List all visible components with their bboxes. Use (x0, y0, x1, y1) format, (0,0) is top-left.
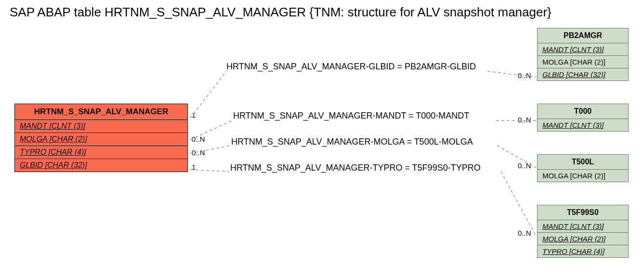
card-right-1: 0..N (518, 71, 531, 80)
card-left-4: 1 (192, 163, 196, 171)
entity-main: HRTNM_S_SNAP_ALV_MANAGER MANDT [CLNT (3)… (14, 104, 188, 172)
card-left-3: 0..N (192, 148, 205, 157)
relation-molga: HRTNM_S_SNAP_ALV_MANAGER-MOLGA = T500L-M… (231, 137, 473, 147)
entity-t500l-header: T500L (538, 155, 628, 170)
card-right-2: 0..N (518, 116, 531, 124)
entity-t000: T000 MANDT [CLNT (3)] (537, 104, 629, 132)
entity-main-field: TYPRO [CHAR (4)] (15, 146, 187, 159)
card-left-1: 1 (192, 111, 196, 119)
entity-t000-field: MANDT [CLNT (3)] (538, 119, 628, 131)
svg-line-7 (501, 172, 536, 236)
entity-t5f99s0-field: TYPRO [CHAR (4)] (538, 245, 628, 257)
card-left-2: 0..N (192, 135, 205, 143)
relation-glbid: HRTNM_S_SNAP_ALV_MANAGER-GLBID = PB2AMGR… (226, 62, 476, 72)
diagram-title: SAP ABAP table HRTNM_S_SNAP_ALV_MANAGER … (10, 5, 552, 20)
relation-mandt: HRTNM_S_SNAP_ALV_MANAGER-MANDT = T000-MA… (233, 111, 469, 121)
entity-t000-header: T000 (538, 104, 628, 119)
entity-main-field: MOLGA [CHAR (2)] (15, 133, 187, 146)
relation-typro: HRTNM_S_SNAP_ALV_MANAGER-TYPRO = T5F99S0… (230, 163, 481, 173)
entity-pb2amgr-field: GLBID [CHAR (32)] (538, 68, 628, 80)
entity-t5f99s0: T5F99S0 MANDT [CLNT (3)] MOLGA [CHAR (2)… (537, 205, 629, 258)
entity-pb2amgr-field: MOLGA [CHAR (2)] (538, 56, 628, 68)
entity-t5f99s0-header: T5F99S0 (538, 205, 628, 220)
entity-pb2amgr-field: MANDT [CLNT (3)] (538, 43, 628, 56)
entity-pb2amgr-header: PB2AMGR (538, 28, 628, 43)
card-right-3: 0..N (518, 161, 531, 170)
entity-pb2amgr: PB2AMGR MANDT [CLNT (3)] MOLGA [CHAR (2)… (537, 28, 629, 81)
entity-t500l: T500L MOLGA [CHAR (2)] (537, 154, 629, 182)
entity-t5f99s0-field: MOLGA [CHAR (2)] (538, 233, 628, 245)
entity-t500l-field: MOLGA [CHAR (2)] (538, 170, 628, 182)
entity-t5f99s0-field: MANDT [CLNT (3)] (538, 220, 628, 233)
entity-main-field: GLBID [CHAR (32)] (15, 159, 187, 172)
svg-line-6 (190, 170, 229, 172)
card-right-4: 0..N (518, 229, 531, 237)
entity-main-header: HRTNM_S_SNAP_ALV_MANAGER (15, 104, 187, 120)
entity-main-field: MANDT [CLNT (3)] (15, 120, 187, 133)
